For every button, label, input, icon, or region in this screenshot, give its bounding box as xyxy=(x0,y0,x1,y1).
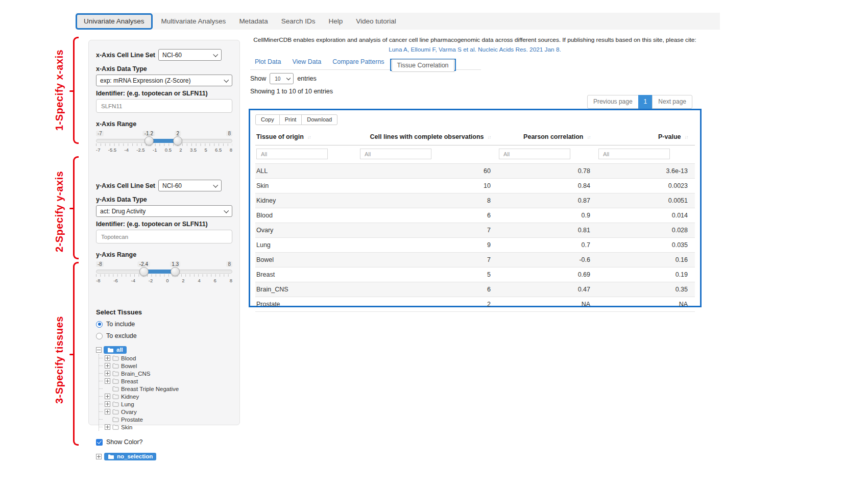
filter-input-tissue[interactable] xyxy=(256,149,328,159)
tab-plot-data[interactable]: Plot Data xyxy=(250,55,286,69)
print-button[interactable]: Print xyxy=(279,114,302,125)
tick-label: -8 xyxy=(96,278,100,283)
y-slider-handle-from[interactable] xyxy=(139,267,149,276)
tree-node-lung[interactable]: Lung xyxy=(104,400,232,408)
show-color-label: Show Color? xyxy=(106,438,143,446)
x-axis-cell-line-set-select[interactable]: NCI-60 xyxy=(158,49,222,61)
tree-node-brain-cns[interactable]: Brain_CNS xyxy=(104,370,232,377)
expand-icon[interactable] xyxy=(105,424,110,430)
table-row[interactable]: Ovary70.810.028 xyxy=(255,223,695,238)
sort-icon[interactable] xyxy=(587,134,591,140)
table-row[interactable]: Lung90.70.035 xyxy=(255,238,695,253)
annotation-step2-label: 2-Specify y-axis xyxy=(49,158,69,264)
table-row[interactable]: Bowel7-0.60.16 xyxy=(255,253,695,267)
nav-tab-video-tutorial[interactable]: Video tutorial xyxy=(349,14,403,28)
column-header-pearson-correlation[interactable]: Pearson correlation xyxy=(498,129,597,145)
nav-tab-search-ids[interactable]: Search IDs xyxy=(275,14,322,28)
nav-tab-metadata[interactable]: Metadata xyxy=(232,14,274,28)
sort-icon[interactable] xyxy=(488,134,491,140)
y-axis-identifier-input[interactable] xyxy=(96,230,232,243)
tab-compare-patterns[interactable]: Compare Patterns xyxy=(327,55,390,69)
expand-icon[interactable] xyxy=(105,363,110,369)
tab-view-data[interactable]: View Data xyxy=(286,55,327,69)
tick-label: 6.5 xyxy=(215,147,222,153)
column-header-tissue-of-origin[interactable]: Tissue of origin xyxy=(255,129,359,145)
y-axis-cell-line-set-row: y-Axis Cell Line Set NCI-60 xyxy=(96,180,232,191)
tree-node-no-selection[interactable]: no_selection xyxy=(96,453,232,460)
collapse-icon[interactable] xyxy=(96,347,102,353)
nav-tab-multivariate-analyses[interactable]: Multivariate Analyses xyxy=(155,14,233,28)
expand-icon[interactable] xyxy=(105,401,110,407)
y-axis-cell-line-set-select[interactable]: NCI-60 xyxy=(158,180,222,191)
x-axis-data-type-select[interactable]: exp: mRNA Expression (Z-Score) xyxy=(96,75,232,86)
tree-node-blood[interactable]: Blood xyxy=(104,354,232,362)
y-slider-track[interactable] xyxy=(96,270,232,274)
radio-to-exclude[interactable]: To exclude xyxy=(96,332,232,339)
tree-node-label: Skin xyxy=(121,424,132,430)
show-color-checkbox-row[interactable]: Show Color? xyxy=(96,438,232,446)
tree-node-breast[interactable]: Breast xyxy=(104,377,232,385)
tree-node-kidney[interactable]: Kidney xyxy=(104,393,232,400)
page-length-select[interactable]: 10 xyxy=(270,73,294,84)
tree-node-all[interactable]: all xyxy=(96,346,232,354)
nav-tab-univariate-analyses[interactable]: Univariate Analyses xyxy=(76,13,153,30)
tree-node-skin[interactable]: Skin xyxy=(104,423,232,431)
x-slider-to-label: 2 xyxy=(175,131,181,136)
x-slider-handle-from[interactable] xyxy=(144,136,154,145)
nav-tab-help[interactable]: Help xyxy=(322,14,349,28)
x-axis-identifier-label: Identifier: (e.g. topotecan or SLFN11) xyxy=(96,90,232,97)
table-row[interactable]: Kidney80.870.0051 xyxy=(255,193,695,208)
sort-icon[interactable] xyxy=(685,134,688,140)
sort-icon[interactable] xyxy=(307,134,311,140)
tree-node-bowel[interactable]: Bowel xyxy=(104,362,232,370)
y-slider-handle-to[interactable] xyxy=(171,267,180,276)
filter-input-cell-lines[interactable] xyxy=(360,149,431,159)
table-row[interactable]: Breast50.690.19 xyxy=(255,267,695,282)
column-header-label: Pearson correlation xyxy=(523,133,583,140)
citation-link[interactable]: Luna A, Elloumi F, Varma S et al. Nuclei… xyxy=(250,46,700,53)
tree-node-all-chip[interactable]: all xyxy=(104,346,127,354)
app-window: Univariate Analyses Multivariate Analyse… xyxy=(0,0,868,488)
table-row[interactable]: Prostate2NANA xyxy=(255,297,695,312)
table-row[interactable]: ALL600.783.6e-13 xyxy=(255,164,695,179)
tick-label: -4 xyxy=(124,147,128,153)
copy-button[interactable]: Copy xyxy=(255,114,280,125)
tree-connector xyxy=(99,411,103,412)
x-axis-identifier-input[interactable] xyxy=(96,99,232,113)
expand-icon[interactable] xyxy=(105,371,110,376)
x-slider-track[interactable] xyxy=(96,139,232,143)
table-row[interactable]: Brain_CNS60.470.35 xyxy=(255,282,695,297)
expand-icon[interactable] xyxy=(105,378,110,384)
tree-node-no-selection-chip[interactable]: no_selection xyxy=(104,453,156,460)
page-1-button[interactable]: 1 xyxy=(638,95,653,109)
tissue-correlation-table: Tissue of origin Cell lines with complet… xyxy=(255,129,695,312)
tree-node-prostate[interactable]: Prostate xyxy=(104,416,232,423)
next-page-button[interactable]: Next page xyxy=(652,95,692,109)
tree-node-ovary[interactable]: Ovary xyxy=(104,408,232,416)
column-header-label: Cell lines with complete observations xyxy=(370,133,484,140)
download-button[interactable]: Download xyxy=(301,114,337,125)
x-slider-handle-to[interactable] xyxy=(173,136,182,145)
filter-input-pearson[interactable] xyxy=(499,149,570,159)
y-axis-data-type-select[interactable]: act: Drug Activity xyxy=(96,205,232,217)
folder-icon xyxy=(112,386,119,392)
radio-to-include[interactable]: To include xyxy=(96,321,232,328)
tree-connector xyxy=(99,419,103,420)
expand-icon[interactable] xyxy=(96,454,102,459)
x-slider-tick-labels: -7 -5.5 -4 -2.5 -1 0.5 2 3.5 5 6.5 8 xyxy=(96,147,232,153)
column-header-p-value[interactable]: P-value xyxy=(597,129,695,145)
column-header-cell-lines[interactable]: Cell lines with complete observations xyxy=(359,129,498,145)
expand-icon[interactable] xyxy=(105,409,110,414)
export-buttons: Copy Print Download xyxy=(255,114,695,125)
expand-icon[interactable] xyxy=(105,355,110,361)
checkbox-checked-icon xyxy=(96,439,103,446)
tree-node-breast-triple-negative[interactable]: Breast Triple Negative xyxy=(104,385,232,393)
filter-input-p-value[interactable] xyxy=(598,149,670,159)
tree-node-label: Bowel xyxy=(121,363,137,369)
table-row[interactable]: Skin100.840.0023 xyxy=(255,179,695,193)
table-row[interactable]: Blood60.90.014 xyxy=(255,208,695,223)
expand-icon[interactable] xyxy=(105,394,110,399)
page-length-row: Show 10 entries xyxy=(250,73,317,84)
previous-page-button[interactable]: Previous page xyxy=(587,95,639,109)
tab-tissue-correlation[interactable]: Tissue Correlation xyxy=(392,59,454,72)
